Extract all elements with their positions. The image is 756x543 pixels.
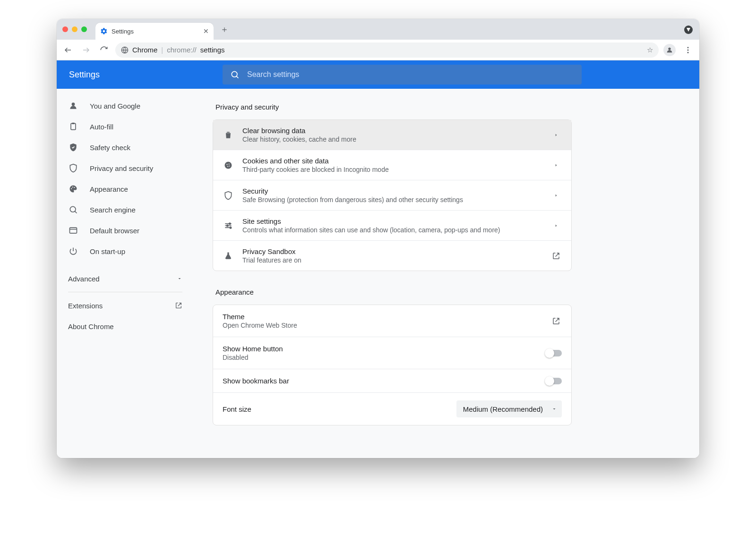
sidebar-item-appearance[interactable]: Appearance <box>57 178 194 199</box>
tune-icon <box>223 220 234 231</box>
address-bar[interactable]: Chrome | chrome://settings ☆ <box>115 42 659 58</box>
svg-point-17 <box>227 166 228 167</box>
search-settings-input[interactable] <box>246 70 574 79</box>
chevron-right-icon <box>550 163 562 168</box>
browser-toolbar: Chrome | chrome://settings ☆ <box>57 40 699 60</box>
sidebar-item-default-browser[interactable]: Default browser <box>57 220 194 241</box>
row-privacy-sandbox[interactable]: Privacy Sandbox Trial features are on <box>213 240 571 271</box>
row-clear-browsing-data[interactable]: Clear browsing data Clear history, cooki… <box>213 120 571 150</box>
svg-point-3 <box>687 49 689 51</box>
row-title: Privacy Sandbox <box>242 247 542 255</box>
avatar-button[interactable] <box>663 44 676 56</box>
row-title: Show bookmarks bar <box>223 377 537 385</box>
sidebar-item-label: You and Google <box>90 102 140 110</box>
svg-point-18 <box>229 165 230 166</box>
power-icon <box>68 246 78 256</box>
forward-button[interactable] <box>79 43 93 57</box>
section-title-appearance: Appearance <box>215 288 680 296</box>
sidebar-item-safety-check[interactable]: Safety check <box>57 137 194 158</box>
site-info-icon <box>121 46 129 54</box>
cookie-icon <box>223 160 234 171</box>
chevron-down-icon <box>177 276 182 281</box>
shield-icon <box>68 163 78 173</box>
sidebar-item-label: Privacy and security <box>90 164 153 172</box>
window-minimize-dot[interactable] <box>72 26 77 32</box>
bookmark-star-icon[interactable]: ☆ <box>647 46 653 54</box>
row-subtitle: Third-party cookies are blocked in Incog… <box>242 166 542 173</box>
profile-badge-icon[interactable] <box>684 25 693 34</box>
row-security[interactable]: Security Safe Browsing (protection from … <box>213 180 571 210</box>
svg-point-6 <box>72 102 75 106</box>
window-icon <box>68 225 78 236</box>
sidebar-item-label: On start-up <box>90 247 125 255</box>
font-size-dropdown[interactable]: Medium (Recommended) <box>456 400 562 417</box>
row-subtitle: Open Chrome Web Store <box>223 322 542 329</box>
omnibox-path: settings <box>200 46 225 54</box>
svg-rect-13 <box>70 228 77 233</box>
row-title: Security <box>242 187 542 195</box>
sidebar-item-search-engine[interactable]: Search engine <box>57 199 194 220</box>
svg-point-14 <box>225 161 232 169</box>
svg-point-16 <box>229 163 230 164</box>
sidebar-item-label: Auto-fill <box>90 123 113 131</box>
svg-point-20 <box>227 225 228 226</box>
sidebar-item-autofill[interactable]: Auto-fill <box>57 116 194 137</box>
row-subtitle: Disabled <box>223 354 537 361</box>
settings-body: You and Google Auto-fill Safety check Pr… <box>57 89 699 458</box>
gear-icon <box>100 27 108 35</box>
sidebar-item-startup[interactable]: On start-up <box>57 241 194 262</box>
svg-point-5 <box>232 71 237 77</box>
search-settings[interactable] <box>223 65 582 85</box>
row-cookies[interactable]: Cookies and other site data Third-party … <box>213 150 571 180</box>
svg-point-2 <box>687 47 689 48</box>
new-tab-button[interactable]: ＋ <box>217 22 232 36</box>
toggle-bookmarks-bar[interactable] <box>546 378 562 384</box>
tab-close-icon[interactable]: ✕ <box>203 28 209 34</box>
row-site-settings[interactable]: Site settings Controls what information … <box>213 210 571 240</box>
sidebar-about[interactable]: About Chrome <box>57 316 194 337</box>
svg-point-12 <box>70 206 76 212</box>
clipboard-icon <box>68 121 78 132</box>
kebab-menu-button[interactable] <box>681 43 695 57</box>
chevron-down-icon <box>551 406 557 412</box>
svg-point-15 <box>226 164 227 165</box>
omnibox-divider: | <box>161 46 163 54</box>
row-subtitle: Clear history, cookies, cache and more <box>242 136 542 143</box>
omnibox-brand: Chrome <box>132 46 157 54</box>
settings-content: Privacy and security Clear browsing data… <box>194 89 699 458</box>
row-title: Show Home button <box>223 345 537 353</box>
sidebar: You and Google Auto-fill Safety check Pr… <box>57 89 194 458</box>
row-bookmarks-bar: Show bookmarks bar <box>213 369 571 392</box>
row-subtitle: Controls what information sites can use … <box>242 226 542 234</box>
sidebar-divider <box>68 292 182 292</box>
toggle-home-button[interactable] <box>546 350 562 356</box>
sidebar-about-label: About Chrome <box>68 322 114 331</box>
sidebar-item-you-and-google[interactable]: You and Google <box>57 95 194 116</box>
sidebar-advanced-toggle[interactable]: Advanced <box>57 268 194 289</box>
sidebar-item-label: Appearance <box>90 185 128 193</box>
open-external-icon <box>550 252 562 260</box>
row-title: Cookies and other site data <box>242 157 542 165</box>
sidebar-item-privacy[interactable]: Privacy and security <box>57 158 194 178</box>
svg-point-11 <box>74 187 75 188</box>
search-icon <box>230 70 240 79</box>
browser-window: Settings ✕ ＋ Chrome | chrome://settings … <box>57 19 699 458</box>
window-close-dot[interactable] <box>62 26 68 32</box>
svg-point-19 <box>229 223 231 224</box>
chevron-right-icon <box>550 223 562 228</box>
person-icon <box>68 101 78 111</box>
row-title: Site settings <box>242 217 542 225</box>
window-zoom-dot[interactable] <box>81 26 87 32</box>
sidebar-extensions[interactable]: Extensions <box>57 295 194 316</box>
open-external-icon <box>550 317 562 325</box>
tab-title: Settings <box>112 28 134 35</box>
svg-point-1 <box>668 47 670 50</box>
row-font-size: Font size Medium (Recommended) <box>213 392 571 425</box>
reload-button[interactable] <box>97 43 111 57</box>
svg-point-9 <box>71 188 72 189</box>
page-title: Settings <box>69 70 100 80</box>
svg-rect-8 <box>72 123 75 124</box>
row-theme[interactable]: Theme Open Chrome Web Store <box>213 305 571 337</box>
tab-active[interactable]: Settings ✕ <box>95 23 214 40</box>
back-button[interactable] <box>61 43 75 57</box>
